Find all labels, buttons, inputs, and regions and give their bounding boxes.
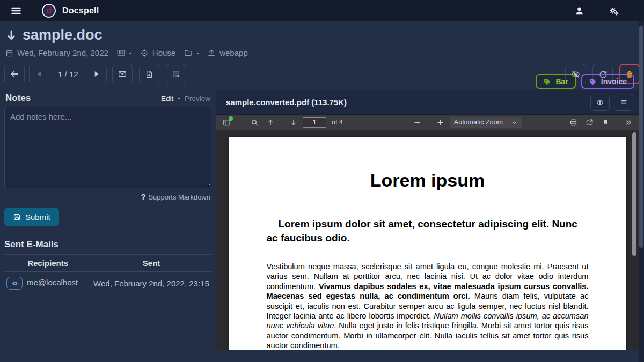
folder-icon	[184, 49, 193, 57]
tag-icon	[543, 78, 551, 86]
eye-icon	[11, 280, 19, 287]
pager-position: 1 / 12	[49, 64, 87, 84]
concerning-value[interactable]: House	[152, 48, 175, 57]
envelope-icon	[118, 70, 127, 78]
pdf-scrollbar-thumb[interactable]	[632, 132, 636, 256]
sent-emails-title: Sent E-Mails	[4, 239, 211, 250]
bars-icon	[11, 5, 21, 16]
plus-icon	[437, 119, 444, 126]
minus-icon	[414, 119, 421, 126]
back-button[interactable]	[4, 64, 25, 84]
tag-badge[interactable]: Bar	[536, 74, 575, 89]
docspell-logo: d	[42, 4, 56, 18]
pdf-zoom-in-button[interactable]	[434, 116, 448, 129]
chevron-down-icon	[511, 120, 517, 125]
pdf-page-count: of 4	[332, 119, 343, 126]
notes-title: Notes	[5, 93, 31, 104]
eye-icon	[596, 99, 604, 106]
view-mail-button[interactable]	[6, 277, 23, 290]
pdf-viewer[interactable]: Lorem ipsum Lorem ipsum dolor sit amet, …	[216, 130, 639, 350]
file-upload-icon	[145, 70, 153, 79]
top-navbar: d Docspell	[0, 0, 644, 21]
window-scrollbar[interactable]	[639, 21, 644, 362]
source-value: webapp	[219, 48, 248, 57]
sent-emails-table: Recipients Sent me@localhost Wed, Februa…	[4, 254, 211, 294]
pdf-zoom-out-button[interactable]	[411, 116, 425, 129]
notes-preview-tab[interactable]: Preview	[185, 94, 210, 102]
folder-value[interactable]: -	[196, 48, 199, 57]
app-brand: Docspell	[62, 6, 99, 16]
pdf-tools-button[interactable]	[621, 116, 635, 129]
pdf-page: Lorem ipsum Lorem ipsum dolor sit amet, …	[229, 137, 626, 350]
add-files-button[interactable]	[139, 64, 159, 84]
upload-icon	[207, 49, 216, 57]
pdf-prev-page-button[interactable]	[264, 116, 277, 129]
question-icon: ?	[141, 193, 146, 201]
double-chevron-right-icon	[625, 119, 633, 126]
bookmark-icon	[602, 119, 609, 126]
menu-toggle-button[interactable]	[8, 3, 25, 18]
sent-email-row: me@localhost Wed, February 2nd, 2022, 23…	[4, 272, 211, 295]
arrow-down-icon	[5, 28, 17, 42]
mail-sent-date: Wed, February 2nd, 2022, 23:15	[91, 272, 211, 295]
tag-badge[interactable]: Invoice	[581, 74, 634, 89]
next-item-button[interactable]	[87, 64, 106, 84]
attachment-view-button[interactable]	[590, 94, 610, 111]
pdf-subtitle: Lorem ipsum dolor sit amet, consectetur …	[267, 217, 589, 245]
qrcode-icon	[172, 70, 180, 78]
attachment-menu-button[interactable]	[614, 94, 633, 111]
pdf-sidebar-toggle-button[interactable]	[219, 116, 233, 129]
pdf-bookmark-button[interactable]	[598, 116, 612, 129]
download-icon	[586, 119, 594, 127]
window-scrollbar-thumb[interactable]	[639, 26, 643, 248]
pdf-page-input[interactable]	[303, 117, 326, 128]
arrow-up-icon	[267, 119, 274, 127]
item-pager: 1 / 12	[29, 64, 107, 84]
correspondent-value[interactable]: -	[129, 48, 132, 57]
notes-tab-separator: •	[178, 94, 180, 102]
search-icon	[251, 119, 259, 127]
send-mail-button[interactable]	[112, 64, 133, 84]
user-icon	[574, 6, 584, 16]
pdf-zoom-select[interactable]: Automatic Zoom	[450, 117, 522, 128]
pdf-title: Lorem ipsum	[267, 170, 589, 191]
notes-input[interactable]	[4, 107, 211, 188]
pdf-print-button[interactable]	[566, 116, 580, 129]
notes-edit-tab[interactable]: Edit	[161, 94, 173, 102]
markdown-hint[interactable]: Supports Markdown	[148, 193, 210, 201]
pdf-search-button[interactable]	[247, 116, 261, 129]
column-sent: Sent	[91, 255, 211, 272]
tag-icon	[589, 78, 597, 86]
caret-left-icon	[36, 71, 42, 77]
qr-code-button[interactable]	[166, 64, 186, 84]
arrow-left-icon	[10, 69, 19, 79]
cogs-icon	[608, 6, 619, 16]
pdf-paragraph: Vestibulum neque massa, scelerisque sit …	[267, 262, 589, 350]
item-header: sample.doc Wed, February 2nd, 2022 - Hou…	[0, 21, 644, 57]
user-menu-button[interactable]	[570, 4, 589, 18]
mail-recipients: me@localhost	[27, 278, 78, 287]
attachment-panel: sample.converted.pdf (113.75K)	[216, 90, 639, 350]
calendar-icon	[5, 49, 13, 57]
column-recipients: Recipients	[4, 255, 91, 272]
pdfjs-toolbar: of 4 Automatic Zoom	[216, 115, 639, 130]
crosshairs-icon	[140, 49, 149, 57]
pdf-download-button[interactable]	[582, 116, 596, 129]
item-title: sample.doc	[23, 27, 103, 43]
item-sidebar: Notes Edit • Preview ?Supports Markdown …	[0, 90, 216, 350]
pdf-next-page-button[interactable]	[287, 116, 301, 129]
caret-right-icon	[94, 71, 99, 77]
save-icon	[13, 213, 21, 221]
attachment-filename: sample.converted.pdf (113.75K)	[226, 98, 347, 107]
item-date[interactable]: Wed, February 2nd, 2022	[17, 48, 108, 57]
submit-notes-button[interactable]: Submit	[4, 208, 59, 226]
list-icon	[620, 99, 628, 106]
settings-menu-button[interactable]	[604, 4, 624, 18]
print-icon	[569, 119, 577, 127]
arrow-down-icon	[290, 119, 297, 127]
prev-item-button[interactable]	[30, 64, 49, 84]
sidebar-notification-dot	[229, 116, 233, 121]
address-card-icon	[116, 49, 126, 57]
tag-list: Bar Invoice	[536, 74, 634, 89]
